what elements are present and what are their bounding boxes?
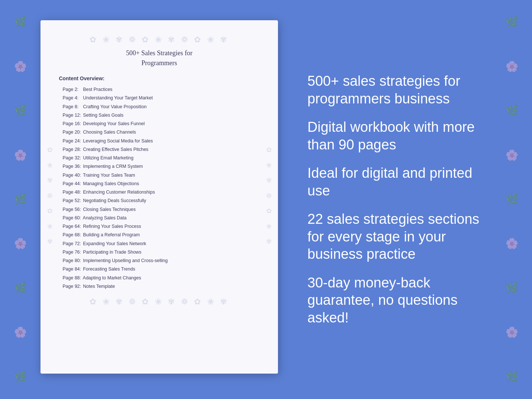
page-number: Page 92: — [63, 283, 82, 290]
list-item: Page 68: Building a Referral Program — [59, 231, 260, 239]
list-item: Page 36: Implementing a CRM System — [59, 163, 260, 170]
list-item: Page 12: Setting Sales Goals — [59, 112, 260, 119]
features-panel: 500+ sales strategies for programmers bu… — [285, 0, 492, 399]
feature-text-2: Digital workbook with more than 90 pages — [307, 119, 480, 153]
floral-border-right: 🌿 🌸 🌿 🌸 🌿 🌸 🌿 🌸 🌿 — [492, 0, 532, 399]
topic-label: Best Practices — [83, 87, 112, 92]
page-number: Page 72: — [63, 240, 82, 248]
topic-label: Building a Referral Program — [83, 232, 140, 237]
doc-side-decoration-left: ✿ ❀ ✾ ❁ ✿ ❀ ✾ — [46, 146, 54, 248]
floral-sprig: 🌸 — [14, 150, 27, 160]
page-number: Page 68: — [63, 231, 82, 239]
page-number: Page 16: — [63, 120, 82, 128]
page-number: Page 20: — [63, 128, 82, 136]
page-number: Page 80: — [63, 257, 82, 265]
page-number: Page 8: — [63, 103, 82, 111]
topic-label: Implementing Upselling and Cross-selling — [83, 258, 168, 263]
page-number: Page 12: — [63, 112, 82, 119]
topic-label: Setting Sales Goals — [83, 113, 123, 118]
list-item: Page 92: Notes Template — [59, 283, 260, 290]
feature-text-1: 500+ sales strategies for programmers bu… — [307, 73, 480, 107]
page-number: Page 48: — [63, 188, 82, 196]
topic-label: Negotiating Deals Successfully — [83, 198, 146, 203]
list-item: Page 20: Choosing Sales Channels — [59, 128, 260, 136]
page-number: Page 36: — [63, 163, 82, 170]
floral-sprig: 🌸 — [505, 61, 518, 72]
list-item: Page 76: Participating in Trade Shows — [59, 248, 260, 256]
document-title: 500+ Sales Strategies for Programmers — [126, 48, 193, 68]
list-item: Page 52: Negotiating Deals Successfully — [59, 197, 260, 205]
page-number: Page 4: — [63, 94, 82, 102]
list-item: Page 44: Managing Sales Objections — [59, 180, 260, 188]
page-number: Page 32: — [63, 154, 82, 162]
list-item: Page 72: Expanding Your Sales Network — [59, 240, 260, 248]
topic-label: Implementing a CRM System — [83, 164, 143, 169]
list-item: Page 8: Crafting Your Value Proposition — [59, 103, 260, 111]
floral-sprig: 🌿 — [14, 194, 27, 205]
page-number: Page 64: — [63, 223, 82, 230]
list-item: Page 48: Enhancing Customer Relationship… — [59, 188, 260, 196]
floral-sprig: 🌿 — [14, 283, 27, 293]
list-item: Page 24: Leveraging Social Media for Sal… — [59, 137, 260, 145]
page-number: Page 44: — [63, 180, 82, 188]
topic-label: Leveraging Social Media for Sales — [83, 138, 153, 144]
list-item: Page 40: Training Your Sales Team — [59, 172, 260, 179]
topic-label: Analyzing Sales Data — [83, 215, 127, 220]
topic-label: Training Your Sales Team — [83, 173, 135, 178]
topic-label: Utilizing Email Marketing — [83, 155, 133, 160]
list-item: Page 4: Understanding Your Target Market — [59, 94, 260, 102]
page-number: Page 88: — [63, 274, 82, 282]
list-item: Page 64: Refining Your Sales Process — [59, 223, 260, 230]
topic-label: Expanding Your Sales Network — [83, 241, 146, 246]
book-page: ✿ ❀ ✾ ❁ ✿ ❀ ✾ ❁ ✿ ❀ ✾ ✿ ❀ ✾ ❁ ✿ ❀ ✾ ✿ ❀ … — [40, 20, 278, 374]
page-number: Page 76: — [63, 248, 82, 256]
topic-label: Participating in Trade Shows — [83, 250, 141, 255]
floral-sprig: 🌸 — [505, 239, 518, 249]
floral-sprig: 🌸 — [14, 239, 27, 249]
topic-label: Choosing Sales Channels — [83, 130, 136, 135]
floral-sprig: 🌸 — [14, 327, 27, 338]
topic-label: Managing Sales Objections — [83, 181, 139, 186]
page-number: Page 2: — [63, 86, 82, 93]
floral-sprig: 🌿 — [505, 17, 518, 27]
page-number: Page 56: — [63, 206, 82, 213]
list-item: Page 88: Adapting to Market Changes — [59, 274, 260, 282]
topic-label: Notes Template — [83, 284, 115, 289]
floral-sprig: 🌿 — [14, 106, 27, 116]
floral-sprig: 🌿 — [505, 283, 518, 293]
list-item: Page 56: Closing Sales Techniques — [59, 206, 260, 213]
list-item: Page 32: Utilizing Email Marketing — [59, 154, 260, 162]
floral-sprig: 🌿 — [505, 106, 518, 116]
topic-label: Developing Your Sales Funnel — [83, 121, 144, 126]
page-number: Page 40: — [63, 172, 82, 179]
page-number: Page 84: — [63, 265, 82, 273]
doc-side-decoration-right: ✿ ❀ ✾ ❁ ✿ ❀ ✾ — [265, 146, 273, 248]
doc-bottom-decoration: ✿ ❀ ✾ ❁ ✿ ❀ ✾ ❁ ✿ ❀ ✾ — [59, 297, 260, 307]
page-number: Page 24: — [63, 137, 82, 145]
feature-text-3: Ideal for digital and printed use — [307, 165, 480, 200]
list-item: Page 16: Developing Your Sales Funnel — [59, 120, 260, 128]
table-of-contents: Page 2: Best Practices Page 4: Understan… — [59, 86, 260, 290]
topic-label: Enhancing Customer Relationships — [83, 190, 155, 195]
floral-sprig: 🌸 — [505, 327, 518, 338]
topic-label: Adapting to Market Changes — [83, 275, 141, 280]
floral-border-left: 🌿 🌸 🌿 🌸 🌿 🌸 🌿 🌸 🌿 — [0, 0, 40, 399]
feature-text-4: 22 sales strategies sections for every s… — [307, 211, 480, 263]
floral-sprig: 🌸 — [505, 150, 518, 160]
list-item: Page 2: Best Practices — [59, 86, 260, 93]
topic-label: Crafting Your Value Proposition — [83, 104, 147, 109]
topic-label: Creating Effective Sales Pitches — [83, 147, 148, 152]
list-item: Page 80: Implementing Upselling and Cros… — [59, 257, 260, 265]
floral-sprig: 🌿 — [505, 194, 518, 205]
feature-text-5: 30-day money-back guarantee, no question… — [307, 274, 480, 327]
topic-label: Forecasting Sales Trends — [83, 266, 135, 272]
list-item: Page 60: Analyzing Sales Data — [59, 214, 260, 222]
page-number: Page 60: — [63, 214, 82, 222]
floral-sprig: 🌿 — [14, 372, 27, 382]
topic-label: Understanding Your Target Market — [83, 95, 152, 100]
doc-top-decoration: ✿ ❀ ✾ ❁ ✿ ❀ ✾ ❁ ✿ ❀ ✾ — [59, 35, 260, 45]
list-item: Page 28: Creating Effective Sales Pitche… — [59, 146, 260, 153]
page-number: Page 52: — [63, 197, 82, 205]
list-item: Page 84: Forecasting Sales Trends — [59, 265, 260, 273]
toc-header: Content Overview: — [59, 75, 260, 81]
